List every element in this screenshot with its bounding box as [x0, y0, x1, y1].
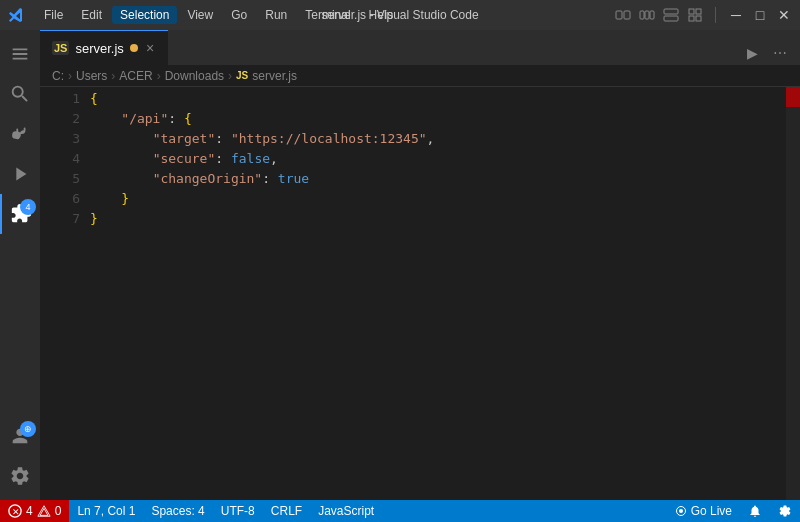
editor-area: JS server.js × ▶ ⋯ C: › Users › ACER › D…	[40, 30, 800, 500]
activity-run[interactable]	[0, 154, 40, 194]
svg-rect-2	[640, 11, 644, 19]
activity-bar-bottom: ⊕	[0, 416, 40, 500]
svg-rect-3	[645, 11, 649, 19]
broadcast-icon	[675, 505, 687, 517]
layout-icon-3	[663, 7, 679, 23]
activity-settings[interactable]	[0, 456, 40, 496]
activity-explorer[interactable]	[0, 34, 40, 74]
js-icon: JS	[52, 41, 69, 55]
svg-rect-5	[664, 9, 678, 14]
activity-account[interactable]: ⊕	[0, 416, 40, 456]
menu-selection[interactable]: Selection	[112, 6, 177, 24]
line-numbers: 1 2 3 4 5 6 7	[40, 87, 90, 500]
tab-close-button[interactable]: ×	[144, 39, 156, 57]
go-live-text: Go Live	[691, 504, 732, 518]
error-icon: ✕	[8, 504, 22, 518]
divider	[715, 7, 716, 23]
window-controls: ─ □ ✕	[615, 7, 792, 23]
breadcrumb: C: › Users › ACER › Downloads › JS serve…	[40, 65, 800, 87]
svg-rect-0	[616, 11, 622, 19]
code-line-6: }	[90, 189, 800, 209]
position-text: Ln 7, Col 1	[77, 504, 135, 518]
status-errors[interactable]: ✕ 4 0	[0, 500, 69, 522]
unsaved-dot	[130, 44, 138, 52]
svg-rect-7	[689, 9, 694, 14]
svg-rect-9	[689, 16, 694, 21]
activity-bar: 4 ⊕	[0, 30, 40, 500]
status-line-ending[interactable]: CRLF	[263, 500, 310, 522]
more-button[interactable]: ⋯	[768, 41, 792, 65]
svg-rect-1	[624, 11, 630, 19]
status-encoding[interactable]: UTF-8	[213, 500, 263, 522]
editor-toolbar: ▶ ⋯	[740, 41, 800, 65]
notification-button[interactable]	[740, 500, 770, 522]
activity-search[interactable]	[0, 74, 40, 114]
layout-icon-4	[687, 7, 703, 23]
minimize-button[interactable]: ─	[728, 9, 744, 21]
vscode-logo-icon	[8, 7, 24, 23]
extensions-badge: 4	[20, 199, 36, 215]
code-line-2: "/api": {	[90, 109, 800, 129]
code-editor[interactable]: { "/api": { "target": "https://localhost…	[90, 87, 800, 500]
spaces-text: Spaces: 4	[151, 504, 204, 518]
tab-filename: server.js	[75, 41, 123, 56]
warning-icon	[37, 504, 51, 518]
account-badge: ⊕	[20, 421, 36, 437]
code-line-3: "target": "https://localhost:12345",	[90, 129, 800, 149]
settings-status-icon	[778, 504, 792, 518]
main-area: 4 ⊕ JS server.js × ▶ ⋯	[0, 30, 800, 500]
svg-rect-6	[664, 16, 678, 21]
settings-gear-button[interactable]	[770, 500, 800, 522]
layout-icon-1	[615, 7, 631, 23]
menu-run[interactable]: Run	[257, 6, 295, 24]
menu-file[interactable]: File	[36, 6, 71, 24]
line-ending-text: CRLF	[271, 504, 302, 518]
menu-go[interactable]: Go	[223, 6, 255, 24]
error-count: 4	[26, 504, 33, 518]
svg-rect-10	[696, 16, 701, 21]
status-bar: ✕ 4 0 Ln 7, Col 1 Spaces: 4 UTF-8 CRLF J…	[0, 500, 800, 522]
activity-source-control[interactable]	[0, 114, 40, 154]
breadcrumb-filename[interactable]: server.js	[252, 69, 297, 83]
status-language[interactable]: JavaScript	[310, 500, 382, 522]
maximize-button[interactable]: □	[752, 9, 768, 21]
code-line-4: "secure": false,	[90, 149, 800, 169]
svg-rect-8	[696, 9, 701, 14]
breadcrumb-c[interactable]: C:	[52, 69, 64, 83]
breadcrumb-acer[interactable]: ACER	[119, 69, 152, 83]
svg-point-13	[679, 509, 683, 513]
tabs-bar: JS server.js × ▶ ⋯	[40, 30, 800, 65]
run-button[interactable]: ▶	[740, 41, 764, 65]
menu-edit[interactable]: Edit	[73, 6, 110, 24]
minimap-scrollbar	[786, 87, 800, 500]
code-line-1: {	[90, 89, 800, 109]
svg-rect-4	[650, 11, 654, 19]
language-text: JavaScript	[318, 504, 374, 518]
menu-view[interactable]: View	[179, 6, 221, 24]
status-position[interactable]: Ln 7, Col 1	[69, 500, 143, 522]
title-bar: File Edit Selection View Go Run Terminal…	[0, 0, 800, 30]
svg-text:✕: ✕	[12, 507, 20, 517]
editor-content[interactable]: 1 2 3 4 5 6 7 { "/api": { "target": "htt…	[40, 87, 800, 500]
breadcrumb-downloads[interactable]: Downloads	[165, 69, 224, 83]
breadcrumb-users[interactable]: Users	[76, 69, 107, 83]
warning-count: 0	[55, 504, 62, 518]
window-title: server.js - Visual Studio Code	[321, 8, 478, 22]
activity-extensions[interactable]: 4	[0, 194, 40, 234]
go-live-button[interactable]: Go Live	[667, 500, 740, 522]
close-button[interactable]: ✕	[776, 9, 792, 21]
status-bar-left: ✕ 4 0 Ln 7, Col 1 Spaces: 4 UTF-8 CRLF J…	[0, 500, 382, 522]
layout-icon-2	[639, 7, 655, 23]
breadcrumb-js-icon: JS	[236, 70, 248, 81]
code-line-5: "changeOrigin": true	[90, 169, 800, 189]
status-bar-right: Go Live	[667, 500, 800, 522]
code-line-7: }	[90, 209, 800, 229]
status-spaces[interactable]: Spaces: 4	[143, 500, 212, 522]
scrollbar-thumb	[786, 87, 800, 107]
tab-server-js[interactable]: JS server.js ×	[40, 30, 168, 65]
encoding-text: UTF-8	[221, 504, 255, 518]
bell-icon	[748, 504, 762, 518]
